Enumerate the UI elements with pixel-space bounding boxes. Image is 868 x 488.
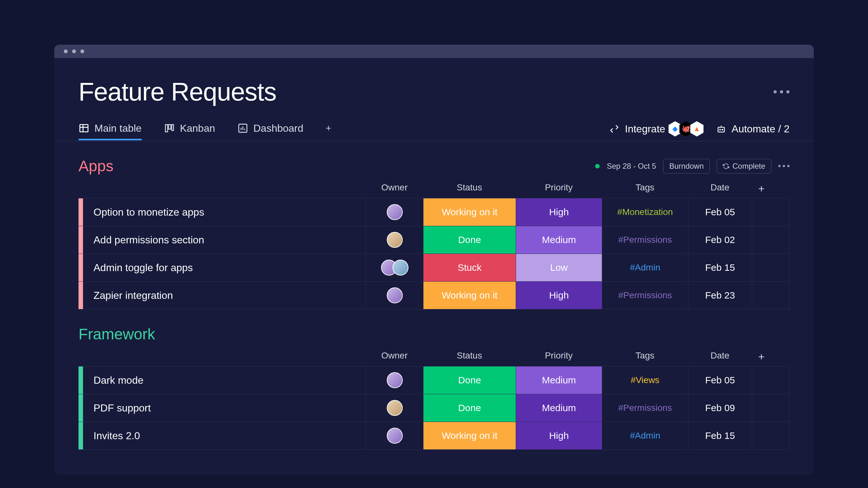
automate-label: Automate / 2: [732, 123, 789, 135]
column-header[interactable]: Date: [688, 347, 752, 366]
row-accent: [79, 198, 83, 226]
page-more-button[interactable]: [774, 90, 789, 93]
app-window: Feature Requests Main table Kanban Dashb…: [54, 45, 814, 475]
column-header[interactable]: Priority: [516, 179, 602, 198]
table-row[interactable]: Option to monetize appsWorking on itHigh…: [79, 198, 789, 226]
priority-cell[interactable]: High: [516, 422, 602, 449]
tab-dashboard[interactable]: Dashboard: [238, 123, 304, 140]
priority-cell[interactable]: Medium: [516, 366, 602, 394]
row-accent: [79, 394, 83, 422]
tag-cell[interactable]: #Views: [602, 366, 688, 394]
burndown-button[interactable]: Burndown: [663, 159, 710, 173]
avatar[interactable]: [387, 400, 403, 416]
avatar[interactable]: [387, 232, 403, 248]
date-cell[interactable]: Feb 15: [688, 254, 752, 281]
status-cell[interactable]: Done: [423, 226, 516, 254]
column-header[interactable]: Tags: [602, 179, 688, 198]
status-cell[interactable]: Done: [423, 366, 516, 394]
status-cell[interactable]: Working on it: [423, 282, 516, 309]
status-cell[interactable]: Stuck: [423, 254, 516, 281]
status-cell[interactable]: Working on it: [423, 422, 516, 449]
complete-button[interactable]: Complete: [717, 159, 771, 173]
add-view-button[interactable]: +: [326, 123, 332, 139]
date-cell[interactable]: Feb 09: [688, 394, 752, 422]
svg-rect-3: [165, 125, 167, 132]
date-cell[interactable]: Feb 05: [688, 198, 752, 226]
integrate-button[interactable]: Integrate ◆ 🐙 ▲: [610, 121, 703, 136]
table-row[interactable]: Add permissions sectionDoneMedium#Permis…: [79, 226, 789, 254]
window-control-close[interactable]: [64, 50, 68, 53]
priority-cell[interactable]: Medium: [516, 394, 602, 422]
tag-cell[interactable]: #Monetization: [602, 198, 688, 226]
avatar[interactable]: [387, 372, 403, 388]
group-title[interactable]: Apps: [79, 157, 113, 175]
priority-cell[interactable]: Medium: [516, 226, 602, 254]
avatar[interactable]: [387, 428, 403, 444]
add-column-button[interactable]: +: [752, 179, 771, 198]
owner-cell[interactable]: [366, 394, 423, 422]
table-row[interactable]: PDF supportDoneMedium#PermissionsFeb 09: [79, 394, 789, 422]
integrate-label: Integrate: [625, 123, 665, 135]
column-header[interactable]: Owner: [366, 347, 423, 366]
column-header[interactable]: Status: [423, 179, 516, 198]
item-name-cell[interactable]: Option to monetize apps: [83, 198, 366, 226]
table-row[interactable]: Invites 2.0Working on itHigh#AdminFeb 15: [79, 422, 789, 449]
priority-cell[interactable]: Low: [516, 254, 602, 281]
tab-label: Kanban: [180, 123, 215, 134]
column-header[interactable]: Owner: [366, 179, 423, 198]
chart-icon: [238, 123, 248, 134]
automate-button[interactable]: Automate / 2: [716, 123, 789, 135]
item-name-cell[interactable]: PDF support: [83, 394, 366, 422]
item-name-cell[interactable]: Zapier integration: [83, 282, 366, 309]
window-control-minimize[interactable]: [72, 50, 76, 53]
row-end-cell: [752, 254, 771, 281]
tag-cell[interactable]: #Permissions: [602, 282, 688, 309]
tag-cell[interactable]: #Admin: [602, 254, 688, 281]
tab-label: Main table: [94, 123, 142, 134]
tab-main-table[interactable]: Main table: [79, 123, 142, 140]
column-header[interactable]: Status: [423, 347, 516, 366]
row-accent: [79, 422, 83, 449]
item-name-cell[interactable]: Admin toggle for apps: [83, 254, 366, 281]
owner-cell[interactable]: [366, 282, 423, 309]
date-cell[interactable]: Feb 02: [688, 226, 752, 254]
column-header[interactable]: Priority: [516, 347, 602, 366]
status-indicator: [595, 164, 600, 168]
date-cell[interactable]: Feb 15: [688, 422, 752, 449]
priority-cell[interactable]: High: [516, 198, 602, 226]
table-row[interactable]: Zapier integrationWorking on itHigh#Perm…: [79, 282, 789, 309]
item-name-cell[interactable]: Dark mode: [83, 366, 366, 394]
priority-cell[interactable]: High: [516, 282, 602, 309]
svg-rect-0: [80, 125, 88, 132]
add-column-button[interactable]: +: [752, 347, 771, 366]
group-title[interactable]: Framework: [79, 325, 155, 343]
owner-cell[interactable]: [366, 226, 423, 254]
tag-cell[interactable]: #Admin: [602, 422, 688, 449]
owner-cell[interactable]: [366, 422, 423, 449]
window-control-maximize[interactable]: [81, 50, 84, 53]
table-row[interactable]: Admin toggle for appsStuckLow#AdminFeb 1…: [79, 254, 789, 282]
column-header[interactable]: Date: [688, 179, 752, 198]
svg-point-12: [722, 129, 723, 130]
group-more-button[interactable]: [778, 165, 789, 167]
item-name-cell[interactable]: Add permissions section: [83, 226, 366, 254]
date-cell[interactable]: Feb 05: [688, 366, 752, 394]
status-cell[interactable]: Working on it: [423, 198, 516, 226]
date-cell[interactable]: Feb 23: [688, 282, 752, 309]
owner-cell[interactable]: [366, 366, 423, 394]
table-row[interactable]: Dark modeDoneMedium#ViewsFeb 05: [79, 366, 789, 394]
status-cell[interactable]: Done: [423, 394, 516, 422]
avatar[interactable]: [393, 260, 408, 275]
svg-rect-5: [172, 125, 174, 130]
tag-cell[interactable]: #Permissions: [602, 394, 688, 422]
item-name-cell[interactable]: Invites 2.0: [83, 422, 366, 449]
column-header[interactable]: Tags: [602, 347, 688, 366]
avatar[interactable]: [387, 204, 403, 220]
owner-cell[interactable]: [366, 254, 423, 281]
row-accent: [79, 254, 83, 281]
group-tools: Sep 28 - Oct 5 Burndown Complete: [595, 159, 789, 173]
tag-cell[interactable]: #Permissions: [602, 226, 688, 254]
tab-kanban[interactable]: Kanban: [164, 123, 215, 140]
avatar[interactable]: [387, 287, 403, 303]
owner-cell[interactable]: [366, 198, 423, 226]
